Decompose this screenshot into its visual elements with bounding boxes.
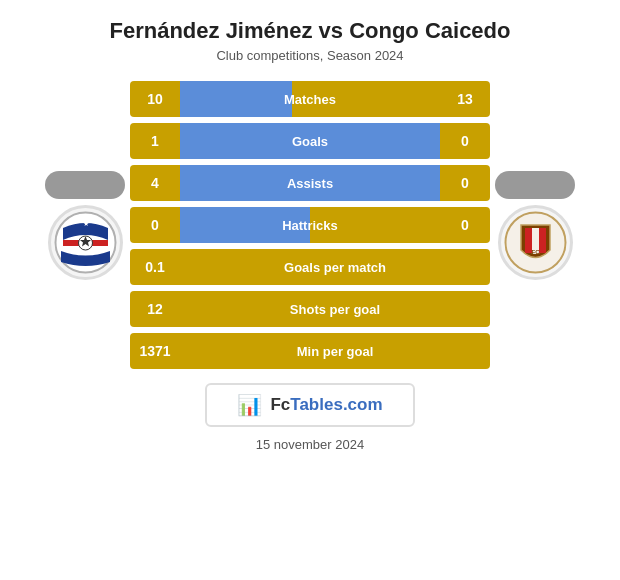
left-club-logo: ★ <box>48 205 123 280</box>
page: Fernández Jiménez vs Congo Caicedo Club … <box>0 0 620 580</box>
stat-left-value: 4 <box>130 175 180 191</box>
stat-row-matches: 10Matches13 <box>130 81 490 117</box>
stat-left-value: 12 <box>130 301 180 317</box>
stat-row-hattricks: 0Hattricks0 <box>130 207 490 243</box>
stat-left-value: 10 <box>130 91 180 107</box>
stats-panel: 10Matches131Goals04Assists00Hattricks00.… <box>130 81 490 369</box>
left-club-pill <box>45 171 125 199</box>
svg-text:FC: FC <box>531 249 540 255</box>
left-club-badge-svg: ★ <box>53 210 118 275</box>
right-club-column: FC <box>490 171 580 280</box>
comparison-area: ★ 10Matches131Goals04Assists00Hattricks0… <box>10 81 610 369</box>
stat-label-text: Assists <box>180 176 440 191</box>
stat-row-shots-per-goal: 12Shots per goal <box>130 291 490 327</box>
svg-rect-8 <box>539 228 546 253</box>
stat-right-value: 0 <box>440 133 490 149</box>
right-club-badge-svg: FC <box>503 210 568 275</box>
right-club-pill <box>495 171 575 199</box>
svg-text:★: ★ <box>82 220 88 227</box>
left-club-column: ★ <box>40 171 130 280</box>
stat-left-value: 0.1 <box>130 259 180 275</box>
stat-row-goals: 1Goals0 <box>130 123 490 159</box>
stat-row-assists: 4Assists0 <box>130 165 490 201</box>
page-title: Fernández Jiménez vs Congo Caicedo <box>110 18 511 44</box>
fctables-banner: 📊 FcTables.com <box>205 383 414 427</box>
stat-row-goals-per-match: 0.1Goals per match <box>130 249 490 285</box>
stat-label-text: Shots per goal <box>180 302 490 317</box>
stat-label-text: Goals <box>180 134 440 149</box>
stat-row-min-per-goal: 1371Min per goal <box>130 333 490 369</box>
stat-left-value: 0 <box>130 217 180 233</box>
stat-right-value: 13 <box>440 91 490 107</box>
stat-left-value: 1 <box>130 133 180 149</box>
stat-label-text: Goals per match <box>180 260 490 275</box>
date-label: 15 november 2024 <box>256 437 364 452</box>
fctables-icon: 📊 <box>237 393 262 417</box>
stat-right-value: 0 <box>440 217 490 233</box>
fctables-text: FcTables.com <box>270 395 382 415</box>
stat-label-text: Hattricks <box>180 218 440 233</box>
stat-left-value: 1371 <box>130 343 180 359</box>
page-subtitle: Club competitions, Season 2024 <box>216 48 403 63</box>
stat-label-text: Min per goal <box>180 344 490 359</box>
stat-label-text: Matches <box>180 92 440 107</box>
right-club-logo: FC <box>498 205 573 280</box>
stat-right-value: 0 <box>440 175 490 191</box>
